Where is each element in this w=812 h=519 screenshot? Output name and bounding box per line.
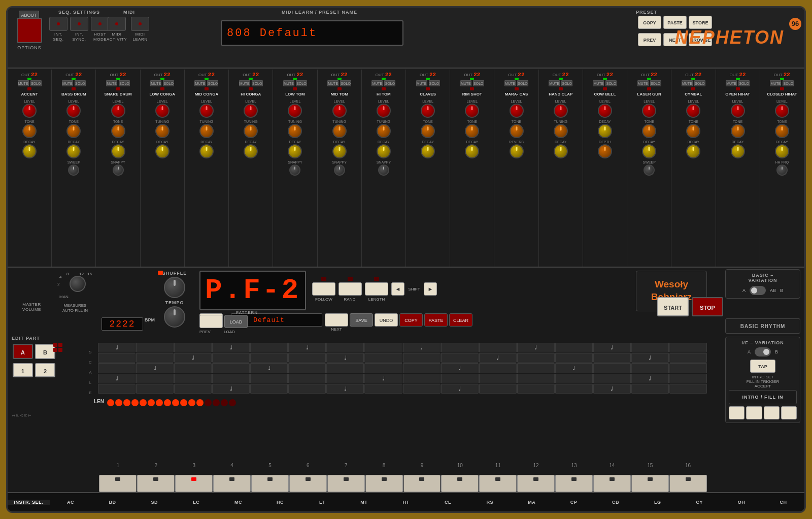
ch-decay-knob-mc[interactable] [199,144,214,158]
ch-mute-sd[interactable]: MUTE [106,80,117,86]
step-cell-2-4[interactable]: ♩ [250,363,288,373]
ch-tuning-knob-lt[interactable] [288,124,302,138]
len-dot-4[interactable] [140,399,147,406]
step-cell-2-1[interactable]: ♩ [136,363,174,373]
ch-decay-knob-cp[interactable] [554,144,568,158]
midi-learn-button[interactable] [131,17,149,31]
ch-mute-bd[interactable]: MUTE [62,80,73,86]
ch-solo-ma[interactable]: SOLO [517,80,528,86]
len-dot-7[interactable] [164,399,171,406]
step-cell-1-8[interactable] [403,353,441,363]
step-cell-0-8[interactable]: ♩ [403,343,441,352]
ch-level-knob-cb[interactable] [598,104,612,118]
step-cell-3-13[interactable] [593,374,631,383]
step-cell-1-0[interactable] [98,353,136,363]
ch-solo-lt[interactable]: SOLO [296,80,307,86]
len-dot-13[interactable] [213,399,220,406]
ch-mute-cp[interactable]: MUTE [549,80,560,86]
ch-tone-knob-bd[interactable] [66,124,81,138]
ch-tuning-knob-mc[interactable] [199,124,214,138]
ch-decay-knob-ch[interactable] [775,144,789,158]
inst-label-cb[interactable]: CB [595,500,637,505]
ch-mute-ch[interactable]: MUTE [770,80,781,86]
len-dot-10[interactable] [188,399,195,406]
len-dot-2[interactable] [123,399,130,406]
ch-tuning-knob-cp[interactable] [554,124,568,138]
step-cell-3-14[interactable]: ♩ [631,374,669,383]
bottom-pad-6[interactable] [327,475,365,492]
step-cell-3-0[interactable]: ♩ [98,374,136,383]
len-dot-5[interactable] [148,399,155,406]
step-cell-4-0[interactable] [98,384,136,394]
step-cell-2-13[interactable] [593,363,631,373]
inst-label-cy[interactable]: CY [679,500,721,505]
pattern-save-button[interactable]: SAVE [350,313,373,327]
edit-part-b-button[interactable]: B [35,344,55,359]
ch-mute-lc[interactable]: MUTE [150,80,161,86]
bottom-pad-8[interactable] [403,475,441,492]
step-cell-3-11[interactable] [517,374,555,383]
bottom-pad-13[interactable] [593,475,631,492]
edit-part-a-button[interactable]: A [13,344,33,359]
inst-label-oh[interactable]: OH [721,500,763,505]
ch-decay-knob-cy[interactable] [686,144,700,158]
ch-decay-knob-bd[interactable] [66,144,81,158]
inst-label-mc[interactable]: MC [217,500,259,505]
ch-solo-accent[interactable]: SOLO [30,80,42,86]
step-cell-3-5[interactable] [288,374,326,383]
if-variation-toggle[interactable] [755,347,771,356]
variation-toggle[interactable] [750,286,766,295]
ch-solo-ch[interactable]: SOLO [783,80,794,86]
step-cell-1-1[interactable] [136,353,174,363]
edit-part-1-button[interactable]: 1 [13,363,33,377]
ch-solo-lg[interactable]: SOLO [650,80,661,86]
ch-tone-knob-sd[interactable] [111,124,125,138]
step-cell-3-10[interactable] [479,374,517,383]
inst-label-ac[interactable]: AC [50,500,92,505]
len-dot-14[interactable] [221,399,228,406]
ch-tone-knob-cl[interactable] [421,124,435,138]
preset-copy-button[interactable]: COPY [638,16,661,29]
intro-fill-btn-4[interactable] [781,406,797,419]
step-cell-0-3[interactable]: ♩ [212,343,250,352]
intro-fill-btn-1[interactable] [729,406,745,419]
step-cell-2-2[interactable] [174,363,212,373]
ch-snappy-knob-sd[interactable] [113,165,124,176]
ch-level-knob-lg[interactable] [642,104,656,118]
ch-level-knob-mt[interactable] [332,104,347,118]
ch-decay-knob-ht[interactable] [377,144,391,158]
pattern-clear-button[interactable]: CLEAR [449,313,472,327]
ch-solo-mt[interactable]: SOLO [340,80,351,86]
len-dot-6[interactable] [156,399,163,406]
ch-tuning-knob-ht[interactable] [377,124,391,138]
ch-level-knob-ht[interactable] [377,104,391,118]
len-dot-1[interactable] [115,399,122,406]
len-dot-0[interactable] [107,399,114,406]
ch-mute-cy[interactable]: MUTE [682,80,693,86]
ch-solo-cy[interactable]: SOLO [694,80,705,86]
step-cell-4-5[interactable] [288,384,326,394]
step-cell-3-1[interactable] [136,374,174,383]
tempo-knob[interactable] [164,306,185,328]
step-cell-0-13[interactable]: ♩ [593,343,631,352]
bottom-pad-1[interactable] [137,475,175,492]
step-cell-1-15[interactable] [669,353,707,363]
int-sync-button[interactable] [70,17,88,31]
ch-level-knob-cl[interactable] [421,104,435,118]
ch-mute-ma[interactable]: MUTE [504,80,516,86]
step-cell-2-6[interactable] [326,363,364,373]
step-cell-1-3[interactable] [212,353,250,363]
bottom-pad-14[interactable] [631,475,669,492]
step-cell-2-11[interactable] [517,363,555,373]
bottom-pad-15[interactable] [669,475,707,492]
ch-mute-rs[interactable]: MUTE [460,80,471,86]
step-cell-0-12[interactable] [555,343,593,352]
ch-decay-knob-mt[interactable] [332,144,347,158]
ch-mute-hc[interactable]: MUTE [239,80,250,86]
inst-label-lc[interactable]: LC [176,500,218,505]
shift-left-button[interactable]: ◄ [391,282,404,296]
step-cell-4-7[interactable] [364,384,402,394]
bottom-pad-3[interactable] [213,475,251,492]
step-cell-1-6[interactable]: ♩ [326,353,364,363]
inst-label-mt[interactable]: MT [343,500,385,505]
